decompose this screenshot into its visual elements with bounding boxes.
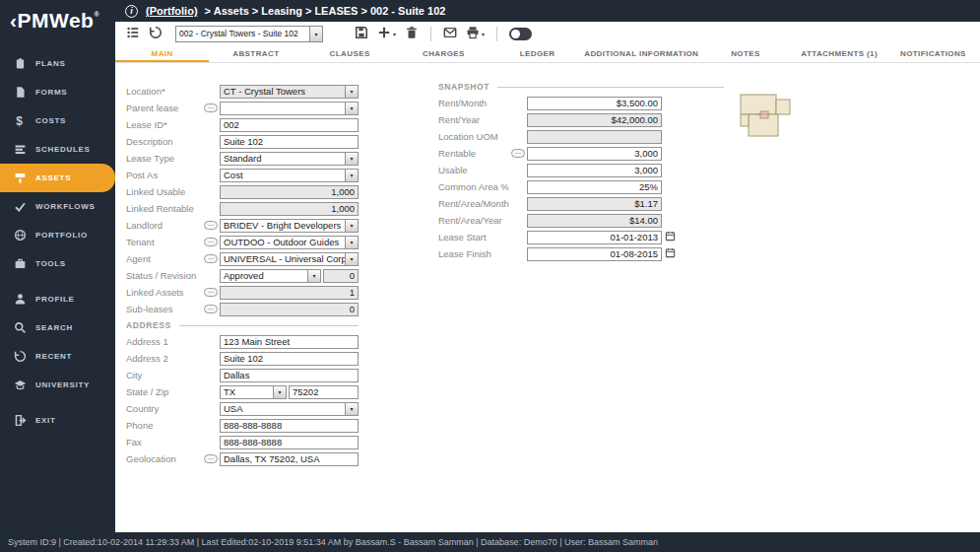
field-label: Rent/Area/Month bbox=[438, 198, 511, 209]
fax-input[interactable] bbox=[220, 436, 359, 449]
chevron-down-icon: ▾ bbox=[345, 153, 358, 165]
history-button[interactable] bbox=[149, 26, 163, 42]
field-label: City bbox=[126, 370, 204, 380]
sidebar-item-recent[interactable]: RECENT bbox=[0, 342, 115, 371]
sidebar-item-schedules[interactable]: SCHEDULES bbox=[0, 135, 115, 164]
toolbar-separator bbox=[496, 27, 497, 41]
address1-input[interactable] bbox=[220, 335, 359, 349]
forms-icon bbox=[13, 86, 27, 100]
landlord-select[interactable]: BRIDEV - Bright Developers ▾ bbox=[220, 219, 359, 233]
post-as-select[interactable]: Cost ▾ bbox=[220, 169, 359, 182]
tab-notifications[interactable]: NOTIFICATIONS bbox=[886, 45, 980, 62]
chevron-down-icon: ▾ bbox=[273, 386, 286, 398]
rentable-lookup-button[interactable]: ... bbox=[511, 149, 525, 158]
linked-usable-field bbox=[220, 185, 359, 199]
sidebar-item-profile[interactable]: PROFILE bbox=[0, 285, 115, 313]
phone-input[interactable] bbox=[220, 419, 359, 433]
lease-type-select[interactable]: Standard ▾ bbox=[220, 152, 359, 166]
field-label: Country bbox=[126, 403, 204, 414]
lease-start-calendar-button[interactable] bbox=[665, 230, 676, 244]
lease-id-input[interactable] bbox=[220, 118, 359, 132]
city-input[interactable] bbox=[220, 369, 359, 382]
sub-leases-lookup-button[interactable]: ... bbox=[204, 305, 218, 313]
mail-icon bbox=[443, 26, 457, 42]
sidebar-item-assets[interactable]: ASSETS bbox=[0, 164, 115, 192]
chevron-down-icon: ▾ bbox=[482, 31, 485, 37]
parent-lease-select[interactable]: ▾ bbox=[220, 102, 359, 115]
tab-main[interactable]: MAIN bbox=[115, 45, 209, 62]
lease-finish-calendar-button[interactable] bbox=[665, 246, 676, 261]
sidebar-item-plans[interactable]: PLANS bbox=[0, 49, 115, 78]
chevron-down-icon: ▾ bbox=[345, 253, 358, 265]
add-button[interactable]: ▾ bbox=[377, 26, 396, 42]
tenant-select[interactable]: OUTDOO - Outdoor Guides ▾ bbox=[220, 236, 359, 249]
save-button[interactable] bbox=[355, 26, 368, 42]
form-row: Lease Start bbox=[438, 229, 724, 245]
field-label: Location* bbox=[126, 86, 204, 97]
form-row: Linked Rentable bbox=[126, 200, 359, 217]
tab-ledger[interactable]: LEDGER bbox=[490, 45, 584, 62]
delete-button[interactable] bbox=[405, 26, 419, 42]
description-input[interactable] bbox=[220, 135, 359, 149]
field-label: Usable bbox=[438, 165, 511, 175]
lease-start-input[interactable] bbox=[527, 231, 662, 244]
agent-select[interactable]: UNIVERSAL - Universal Corporation ▾ bbox=[220, 252, 359, 266]
tab-additional-information[interactable]: ADDITIONAL INFORMATION bbox=[584, 45, 698, 62]
form-row: Country USA ▾ bbox=[126, 400, 359, 417]
form-row: City bbox=[126, 367, 359, 383]
tab-abstract[interactable]: ABSTRACT bbox=[209, 45, 302, 62]
tenant-lookup-button[interactable]: ... bbox=[204, 238, 218, 246]
record-selector[interactable]: 002 - Crystal Towers - Suite 102 ▾ bbox=[175, 26, 323, 42]
tab-clauses[interactable]: CLAUSES bbox=[303, 45, 397, 62]
assets-icon bbox=[13, 172, 27, 185]
breadcrumb-portfolio-link[interactable]: (Portfolio) bbox=[146, 5, 198, 17]
linked-assets-lookup-button[interactable]: ... bbox=[204, 288, 218, 297]
form-row: Post As Cost ▾ bbox=[126, 167, 359, 183]
costs-icon: $ bbox=[13, 114, 27, 128]
calendar-icon bbox=[665, 246, 676, 261]
print-button[interactable]: ▾ bbox=[466, 26, 485, 42]
rent-area-month-field bbox=[527, 197, 662, 211]
location-select[interactable]: CT - Crystal Towers ▾ bbox=[220, 85, 359, 99]
landlord-lookup-button[interactable]: ... bbox=[204, 221, 218, 230]
toggle-switch[interactable] bbox=[509, 28, 532, 40]
field-label: Rent/Year bbox=[438, 114, 511, 125]
usable-input[interactable] bbox=[527, 164, 662, 177]
field-label: Geolocation bbox=[126, 453, 204, 464]
rentable-input[interactable] bbox=[527, 147, 662, 161]
sidebar-item-exit[interactable]: EXIT bbox=[0, 406, 115, 435]
sidebar-item-university[interactable]: UNIVERSITY bbox=[0, 371, 115, 399]
sidebar-item-forms[interactable]: FORMS bbox=[0, 78, 115, 106]
country-select[interactable]: USA ▾ bbox=[220, 402, 359, 416]
sidebar-item-tools[interactable]: TOOLS bbox=[0, 249, 115, 278]
rent-month-input[interactable] bbox=[527, 97, 662, 110]
zip-input[interactable] bbox=[289, 385, 359, 399]
common-area-input[interactable] bbox=[527, 180, 662, 194]
field-label: Status / Revision bbox=[126, 270, 204, 281]
address2-input[interactable] bbox=[220, 352, 359, 366]
sidebar-item-portfolio[interactable]: PORTFOLIO bbox=[0, 221, 115, 249]
tab-attachments[interactable]: ATTACHMENTS (1) bbox=[793, 45, 886, 62]
parent-lease-lookup-button[interactable]: ... bbox=[204, 104, 218, 112]
form-row: Agent ... UNIVERSAL - Universal Corporat… bbox=[126, 250, 359, 267]
sidebar-item-costs[interactable]: $ COSTS bbox=[0, 106, 115, 135]
list-view-button[interactable] bbox=[126, 26, 140, 42]
tab-charges[interactable]: CHARGES bbox=[397, 45, 490, 62]
tab-notes[interactable]: NOTES bbox=[698, 45, 792, 62]
geolocation-input[interactable] bbox=[220, 452, 359, 466]
geolocation-lookup-button[interactable]: ... bbox=[204, 454, 218, 463]
state-select[interactable]: TX ▾ bbox=[220, 385, 287, 399]
plans-icon bbox=[13, 57, 27, 71]
lease-finish-input[interactable] bbox=[527, 247, 662, 261]
field-label: Linked Usable bbox=[126, 186, 204, 197]
sidebar-item-workflows[interactable]: WORKFLOWS bbox=[0, 192, 115, 221]
status-select[interactable]: Approved ▾ bbox=[220, 269, 321, 283]
form-row: Fax bbox=[126, 434, 359, 450]
floor-plan-thumbnail[interactable] bbox=[737, 92, 798, 141]
address-section-header: ADDRESS bbox=[126, 317, 359, 333]
field-label: Location UOM bbox=[438, 131, 511, 142]
sidebar-item-search[interactable]: SEARCH bbox=[0, 313, 115, 342]
email-button[interactable] bbox=[443, 26, 457, 42]
agent-lookup-button[interactable]: ... bbox=[204, 254, 218, 263]
pmweb-logo[interactable]: ‹PMWeb ® bbox=[0, 0, 115, 49]
